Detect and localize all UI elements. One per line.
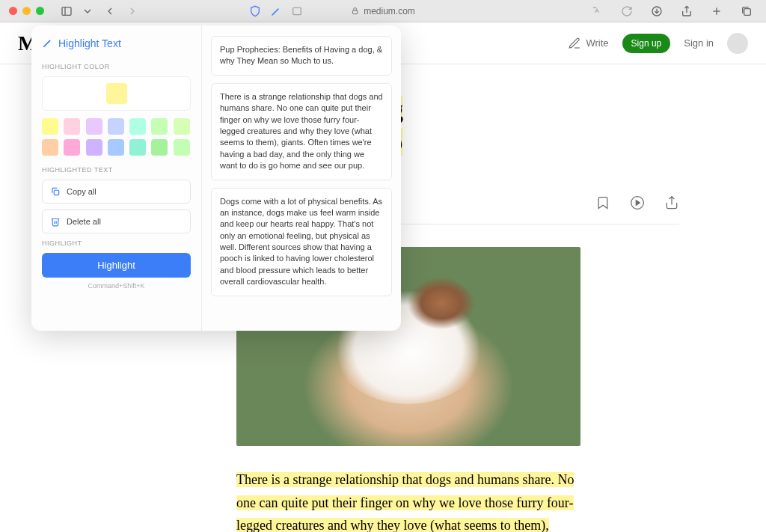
share-article-icon[interactable] bbox=[664, 195, 679, 213]
close-window[interactable] bbox=[9, 7, 17, 15]
popover-title: Highlight Text bbox=[42, 37, 191, 49]
svg-marker-11 bbox=[636, 201, 640, 206]
highlight-card[interactable]: Dogs come with a lot of physical benefit… bbox=[211, 188, 392, 296]
highlight-section-label: HIGHLIGHT bbox=[42, 239, 191, 247]
color-swatch[interactable] bbox=[129, 139, 146, 156]
popover-title-text: Highlight Text bbox=[58, 37, 121, 49]
new-tab-icon[interactable] bbox=[706, 3, 727, 19]
current-swatch bbox=[106, 83, 127, 104]
highlight-button[interactable]: Highlight bbox=[42, 253, 191, 278]
shortcut-hint: Command+Shift+K bbox=[42, 282, 191, 290]
color-swatch[interactable] bbox=[174, 118, 190, 135]
signin-link[interactable]: Sign in bbox=[684, 37, 714, 49]
delete-all-label: Delete all bbox=[67, 217, 101, 226]
copy-all-label: Copy all bbox=[67, 187, 96, 196]
color-swatch[interactable] bbox=[108, 118, 124, 135]
shield-icon[interactable] bbox=[245, 3, 266, 19]
svg-rect-9 bbox=[744, 8, 751, 15]
sidebar-toggle[interactable] bbox=[56, 3, 77, 19]
highlight-card[interactable]: Pup Prophecies: Benefits of Having a dog… bbox=[211, 36, 392, 76]
color-section-label: HIGHLIGHT COLOR bbox=[42, 63, 191, 70]
minimize-window[interactable] bbox=[22, 7, 31, 15]
browser-toolbar: medium.com bbox=[0, 0, 766, 22]
color-swatch[interactable] bbox=[42, 139, 58, 156]
back-button[interactable] bbox=[99, 3, 120, 19]
delete-all-button[interactable]: Delete all bbox=[42, 210, 191, 233]
trash-icon bbox=[50, 216, 61, 227]
color-swatch[interactable] bbox=[64, 118, 80, 135]
traffic-lights bbox=[9, 7, 44, 15]
popover-sidebar: Highlight Text HIGHLIGHT COLOR HIGHLIGHT… bbox=[31, 25, 202, 331]
write-button[interactable]: Write bbox=[568, 37, 608, 50]
page-settings-icon[interactable] bbox=[287, 3, 307, 19]
copy-all-button[interactable]: Copy all bbox=[42, 180, 191, 204]
svg-rect-3 bbox=[352, 10, 357, 14]
reload-icon[interactable] bbox=[616, 3, 637, 19]
share-icon[interactable] bbox=[676, 3, 697, 19]
signup-button[interactable]: Sign up bbox=[622, 34, 671, 53]
current-swatch-preview bbox=[42, 76, 191, 111]
color-swatch[interactable] bbox=[108, 139, 124, 156]
body-highlight: There is a strange relationship that dog… bbox=[236, 472, 574, 532]
avatar[interactable] bbox=[727, 33, 748, 54]
swatch-grid bbox=[42, 118, 191, 156]
color-swatch[interactable] bbox=[86, 139, 102, 156]
copy-icon bbox=[50, 186, 61, 197]
color-swatch[interactable] bbox=[86, 118, 102, 135]
color-swatch[interactable] bbox=[174, 139, 190, 156]
article-paragraph: There is a strange relationship that dog… bbox=[236, 468, 580, 532]
play-icon[interactable] bbox=[630, 195, 645, 213]
tabs-overview-icon[interactable] bbox=[736, 3, 757, 19]
highlighted-cards-list: Pup Prophecies: Benefits of Having a dog… bbox=[202, 25, 401, 331]
highlighted-section-label: HIGHLIGHTED TEXT bbox=[42, 166, 191, 174]
forward-button[interactable] bbox=[122, 3, 143, 19]
quill-icon bbox=[42, 38, 52, 49]
pen-extension-icon[interactable] bbox=[266, 3, 287, 19]
url-text: medium.com bbox=[364, 6, 415, 16]
svg-rect-0 bbox=[62, 7, 71, 15]
highlight-card[interactable]: There is a strange relationship that dog… bbox=[211, 83, 392, 180]
svg-rect-2 bbox=[293, 7, 301, 14]
translate-icon[interactable] bbox=[586, 3, 607, 19]
color-swatch[interactable] bbox=[42, 118, 58, 135]
svg-rect-13 bbox=[54, 190, 58, 195]
lock-icon bbox=[351, 7, 359, 15]
write-label: Write bbox=[586, 37, 608, 49]
chevron-down-icon[interactable] bbox=[77, 3, 98, 19]
color-swatch[interactable] bbox=[151, 118, 168, 135]
downloads-icon[interactable] bbox=[646, 3, 667, 19]
maximize-window[interactable] bbox=[36, 7, 44, 15]
bookmark-icon[interactable] bbox=[595, 195, 610, 213]
color-swatch[interactable] bbox=[151, 139, 168, 156]
write-icon bbox=[568, 37, 581, 50]
address-bar[interactable]: medium.com bbox=[351, 6, 415, 16]
highlight-popover: Highlight Text HIGHLIGHT COLOR HIGHLIGHT… bbox=[31, 25, 401, 331]
color-swatch[interactable] bbox=[129, 118, 146, 135]
color-swatch[interactable] bbox=[64, 139, 80, 156]
